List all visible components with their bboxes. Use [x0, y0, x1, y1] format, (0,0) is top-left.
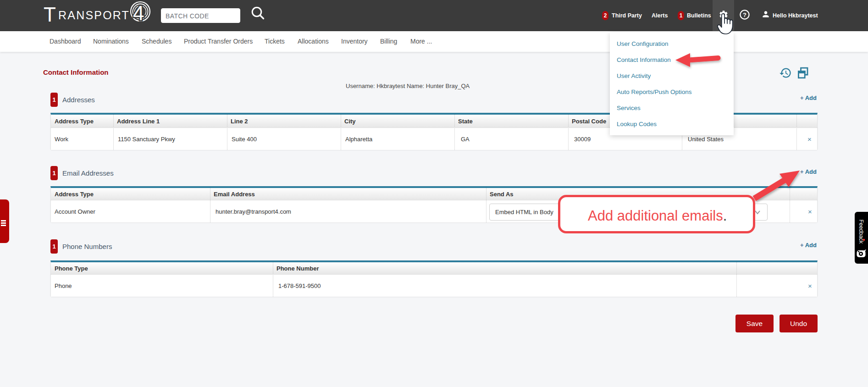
- svg-text:4: 4: [133, 2, 144, 24]
- svg-text:RANSPORT: RANSPORT: [58, 9, 130, 22]
- svg-text:?: ?: [743, 11, 746, 18]
- svg-text:T: T: [44, 3, 56, 26]
